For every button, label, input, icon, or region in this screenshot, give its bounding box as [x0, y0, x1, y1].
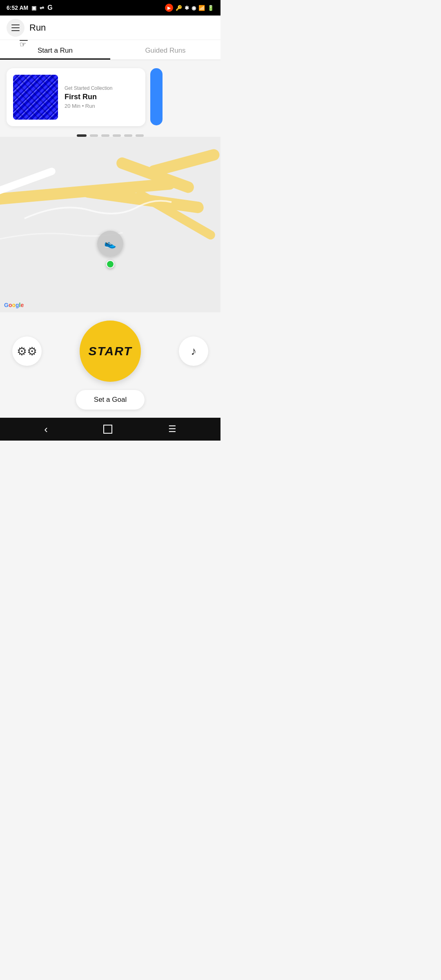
- card-meta: 20 Min • Run: [65, 103, 139, 109]
- page-title: Run: [29, 22, 46, 33]
- gear-icon: ⚙: [17, 345, 37, 358]
- start-button[interactable]: START: [80, 321, 141, 382]
- recents-button[interactable]: ☰: [168, 424, 176, 434]
- status-left: 6:52 AM ▣ ⇌ G: [7, 4, 53, 11]
- key-icon: 🔑: [176, 5, 182, 11]
- bluetooth-icon: ✱: [185, 5, 189, 11]
- start-button-label: START: [88, 344, 132, 358]
- set-goal-section: Set a Goal: [0, 386, 220, 418]
- music-button[interactable]: ♪: [179, 336, 208, 366]
- menu-line-1: [11, 24, 20, 25]
- card-title: First Run: [65, 93, 139, 101]
- location-marker: 👟: [97, 231, 123, 268]
- set-goal-button[interactable]: Set a Goal: [76, 390, 145, 410]
- tab-start-a-run[interactable]: Start a Run: [0, 40, 110, 60]
- route-path: [0, 137, 220, 312]
- settings-button[interactable]: ⚙: [12, 336, 42, 366]
- video-icon: ▣: [31, 5, 36, 11]
- menu-line-3: [11, 30, 20, 31]
- home-button[interactable]: [103, 425, 112, 434]
- location-dot: [106, 260, 114, 268]
- card-collection-label: Get Started Collection: [65, 85, 139, 91]
- rec-icon: ▶: [165, 4, 173, 12]
- status-right: ▶ 🔑 ✱ ◉ 📶 🔋: [165, 4, 214, 12]
- music-icon: ♪: [191, 345, 196, 358]
- run-card-first[interactable]: Get Started Collection First Run 20 Min …: [7, 68, 145, 126]
- bottom-controls: ⚙ START ♪: [0, 312, 220, 386]
- wifi-icon: 📶: [198, 5, 205, 11]
- google-logo: Google: [4, 301, 24, 308]
- card-info: Get Started Collection First Run 20 Min …: [65, 85, 139, 109]
- pagination-dots: [0, 130, 220, 137]
- tab-guided-runs[interactable]: Guided Runs: [110, 40, 220, 60]
- menu-button[interactable]: ☞: [7, 19, 24, 37]
- google-text: Google: [4, 301, 24, 308]
- signal-icon: ⇌: [40, 5, 44, 11]
- status-time: 6:52 AM: [7, 4, 28, 11]
- menu-line-2: [11, 27, 20, 28]
- app-header: ☞ Run: [0, 16, 220, 40]
- card-thumbnail: [13, 75, 58, 120]
- google-icon: G: [47, 4, 52, 11]
- tab-bar: Start a Run Guided Runs: [0, 40, 220, 60]
- shoe-icon: 👟: [97, 231, 123, 257]
- battery-icon: 🔋: [207, 5, 214, 11]
- map-view[interactable]: 👟 Google: [0, 137, 220, 312]
- location-icon: ◉: [192, 5, 196, 11]
- card-section: Get Started Collection First Run 20 Min …: [0, 60, 220, 130]
- system-nav-bar: ‹ ☰: [0, 418, 220, 441]
- card-stub-next: [150, 68, 163, 125]
- status-bar: 6:52 AM ▣ ⇌ G ▶ 🔑 ✱ ◉ 📶 🔋: [0, 0, 220, 16]
- back-button[interactable]: ‹: [44, 423, 48, 436]
